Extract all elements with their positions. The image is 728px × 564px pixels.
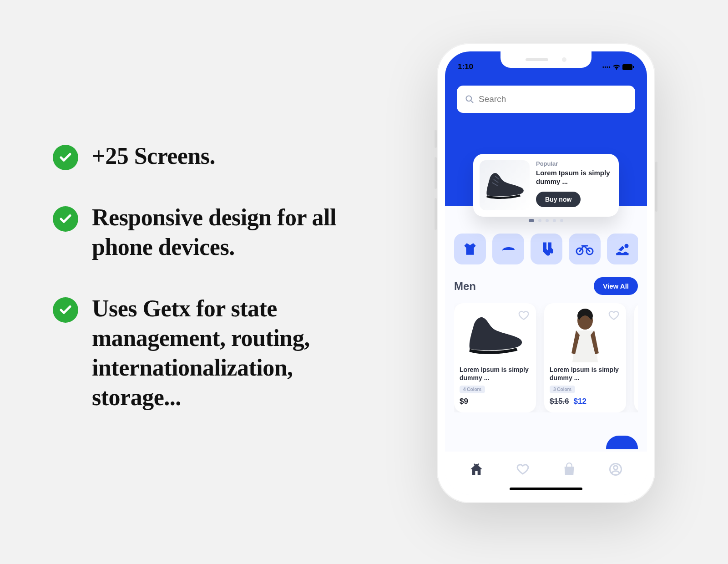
heart-icon xyxy=(518,310,530,321)
popular-card[interactable]: Popular Lorem Ipsum is simply dummy ... … xyxy=(473,154,619,217)
nav-favorites[interactable] xyxy=(514,460,532,478)
socks-icon xyxy=(540,241,553,257)
content-scroll[interactable]: Men View All xyxy=(445,234,647,452)
category-swim[interactable] xyxy=(607,234,638,264)
check-icon xyxy=(53,297,78,323)
feature-item: +25 Screens. xyxy=(53,141,380,171)
favorite-button[interactable] xyxy=(608,310,620,321)
category-socks[interactable] xyxy=(531,234,562,264)
phone-mockup: 1:10 •••• xyxy=(437,43,655,503)
view-all-button[interactable]: View All xyxy=(594,277,638,295)
popular-image xyxy=(480,160,530,210)
wifi-icon xyxy=(612,64,621,70)
notch xyxy=(500,51,592,68)
search-icon xyxy=(465,95,474,104)
feature-text: Uses Getx for state management, routing,… xyxy=(92,294,380,412)
feature-text: +25 Screens. xyxy=(92,141,215,171)
home-icon xyxy=(469,462,484,477)
hat-icon xyxy=(500,243,516,255)
svg-line-3 xyxy=(471,101,473,103)
favorite-button[interactable] xyxy=(518,310,530,321)
swim-icon xyxy=(615,243,631,255)
buy-now-button[interactable]: Buy now xyxy=(536,192,581,207)
check-icon xyxy=(53,206,78,232)
bag-icon xyxy=(563,462,576,476)
category-bike[interactable] xyxy=(569,234,601,264)
popular-tag: Popular xyxy=(536,160,612,167)
nav-cart[interactable] xyxy=(560,460,578,478)
product-old-price: $15.6 xyxy=(550,397,569,406)
color-count: 3 Colors xyxy=(550,386,575,393)
status-time: 1:10 xyxy=(458,62,473,71)
section-header: Men View All xyxy=(454,277,638,295)
nav-home[interactable] xyxy=(467,460,485,478)
carousel-dots[interactable] xyxy=(529,219,563,222)
product-title: Lorem Ipsum is simply dummy ... xyxy=(550,366,621,382)
nav-profile[interactable] xyxy=(607,460,625,478)
home-indicator[interactable] xyxy=(510,488,582,490)
heart-icon xyxy=(516,462,530,476)
popular-title: Lorem Ipsum is simply dummy ... xyxy=(536,169,612,186)
search-input[interactable] xyxy=(479,94,627,104)
product-row[interactable]: Lorem Ipsum is simply dummy ... 4 Colors… xyxy=(454,303,638,412)
svg-point-9 xyxy=(614,465,618,469)
product-price: $9 xyxy=(460,397,468,406)
svg-rect-0 xyxy=(622,64,632,70)
search-bar[interactable] xyxy=(457,86,635,113)
category-shirt[interactable] xyxy=(454,234,486,264)
category-row[interactable] xyxy=(454,234,638,264)
shirt-icon xyxy=(462,241,478,257)
cellular-icon: •••• xyxy=(602,65,611,70)
check-icon xyxy=(53,145,78,170)
feature-list: +25 Screens. Responsive design for all p… xyxy=(53,141,380,444)
phone-screen: 1:10 •••• xyxy=(445,51,647,495)
product-sale-price: $12 xyxy=(574,397,586,406)
svg-rect-1 xyxy=(633,66,634,68)
bottom-nav xyxy=(445,452,647,495)
feature-item: Uses Getx for state management, routing,… xyxy=(53,294,380,412)
shoe-icon xyxy=(481,168,529,203)
heart-icon xyxy=(608,310,620,321)
category-hat[interactable] xyxy=(492,234,524,264)
svg-point-6 xyxy=(624,244,628,248)
product-title: Lorem Ipsum is simply dummy ... xyxy=(460,366,531,382)
product-card[interactable]: Lo sim 2 $10 xyxy=(634,303,638,412)
product-card[interactable]: Lorem Ipsum is simply dummy ... 3 Colors… xyxy=(544,303,626,412)
product-card[interactable]: Lorem Ipsum is simply dummy ... 4 Colors… xyxy=(454,303,536,412)
promo-canvas: +25 Screens. Responsive design for all p… xyxy=(0,0,728,564)
user-icon xyxy=(609,462,622,476)
feature-text: Responsive design for all phone devices. xyxy=(92,203,380,262)
battery-icon xyxy=(622,64,634,70)
person-icon xyxy=(562,308,608,362)
section-title: Men xyxy=(454,280,476,293)
color-count: 4 Colors xyxy=(460,386,485,393)
bike-icon xyxy=(576,242,594,256)
feature-item: Responsive design for all phone devices. xyxy=(53,203,380,262)
